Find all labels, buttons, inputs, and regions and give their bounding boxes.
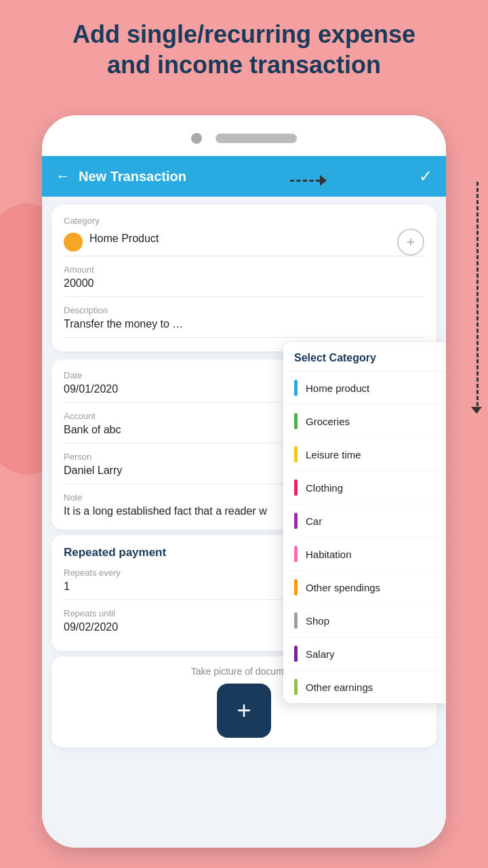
phone-camera — [191, 133, 202, 144]
vertical-dashed-line — [476, 182, 479, 412]
dropdown-item[interactable]: Other earnings — [283, 671, 446, 703]
category-left: Home Product — [64, 233, 159, 252]
category-row: Home Product + — [64, 229, 424, 256]
form-content: Category Home Product + Amount 20000 Des… — [42, 197, 446, 848]
color-bar — [294, 646, 298, 662]
category-color-dot — [64, 233, 83, 252]
dropdown-item[interactable]: Car — [283, 505, 446, 538]
color-bar — [294, 579, 298, 595]
down-arrow-head — [471, 407, 482, 414]
dropdown-item[interactable]: Leisure time — [283, 438, 446, 471]
check-button[interactable]: ✓ — [419, 167, 432, 186]
add-photo-button[interactable]: + — [217, 684, 271, 738]
description-value[interactable]: Transfer the money to … — [64, 318, 424, 338]
arrow-line — [290, 180, 320, 182]
dropdown-item-label: Shop — [306, 615, 329, 627]
add-category-button[interactable]: + — [397, 229, 424, 256]
dropdown-item[interactable]: Salary — [283, 637, 446, 671]
category-value: Home Product — [89, 233, 159, 252]
main-form-card: Category Home Product + Amount 20000 Des… — [52, 205, 436, 351]
dropdown-item-label: Salary — [306, 648, 335, 660]
dropdown-item-label: Groceries — [306, 416, 350, 427]
color-bar — [294, 479, 298, 496]
dropdown-item[interactable]: Shop — [283, 604, 446, 637]
color-bar — [294, 513, 298, 529]
header-title: New Transaction — [79, 169, 419, 184]
back-button[interactable]: ← — [56, 167, 70, 185]
dropdown-items: Home product Groceries Leisure time Clot… — [283, 372, 446, 703]
category-label: Category — [64, 216, 424, 226]
color-bar — [294, 413, 298, 429]
arrow-head — [320, 175, 327, 186]
description-label: Description — [64, 305, 424, 315]
color-bar — [294, 612, 298, 629]
category-dropdown: Select Category Home product Groceries L… — [283, 342, 446, 703]
phone-frame: ← New Transaction ✓ Category Home Produc… — [42, 115, 446, 848]
dropdown-item[interactable]: Home product — [283, 372, 446, 405]
dropdown-item-label: Car — [306, 515, 322, 527]
dropdown-item[interactable]: Groceries — [283, 405, 446, 438]
amount-value[interactable]: 20000 — [64, 277, 424, 297]
dropdown-item-label: Other spendings — [306, 582, 380, 593]
dropdown-item-label: Other earnings — [306, 682, 373, 693]
color-bar — [294, 679, 298, 695]
arrow-annotation — [290, 175, 327, 186]
hero-title: Add single/recurring expense and income … — [0, 19, 488, 80]
plus-icon: + — [407, 233, 415, 251]
phone-speaker — [216, 134, 297, 143]
dropdown-item[interactable]: Other spendings — [283, 571, 446, 604]
dropdown-item-label: Home product — [306, 382, 369, 394]
dropdown-item-label: Habitation — [306, 549, 352, 560]
add-photo-icon: + — [237, 696, 251, 725]
color-bar — [294, 546, 298, 562]
phone-top-bar — [42, 115, 446, 156]
dropdown-item[interactable]: Clothing — [283, 471, 446, 505]
dropdown-header: Select Category — [283, 342, 446, 372]
color-bar — [294, 446, 298, 462]
dropdown-item-label: Leisure time — [306, 449, 361, 460]
dropdown-item-label: Clothing — [306, 482, 343, 494]
dropdown-item[interactable]: Habitation — [283, 538, 446, 571]
color-bar — [294, 380, 298, 396]
amount-label: Amount — [64, 264, 424, 275]
app-header: ← New Transaction ✓ — [42, 156, 446, 197]
